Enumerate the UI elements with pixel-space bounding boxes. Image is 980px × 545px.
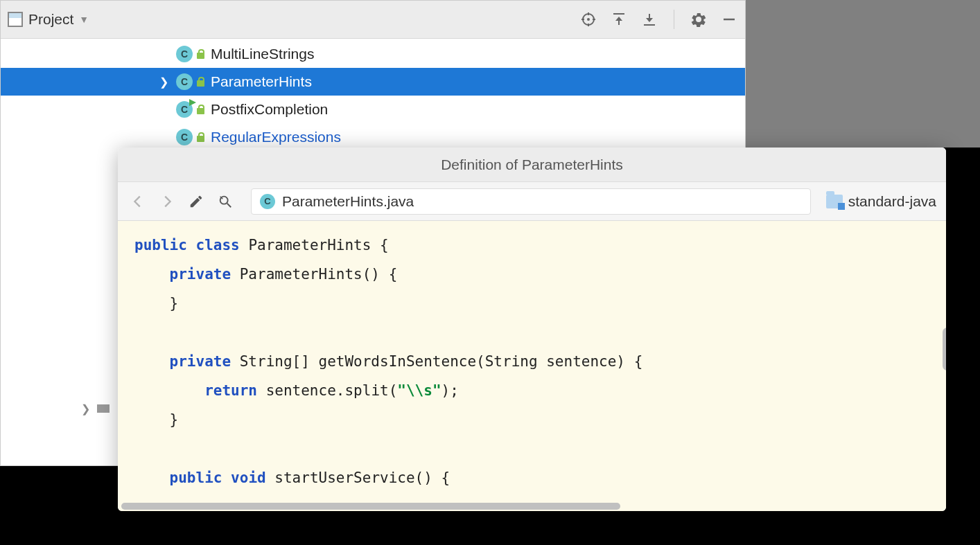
module-label[interactable]: standard-java [826,193,936,210]
file-name: ParameterHints.java [282,193,414,210]
minimize-icon[interactable] [720,10,738,28]
class-run-icon: C [176,101,193,118]
lock-icon [197,49,205,59]
project-icon [8,12,23,27]
chevron-down-icon: ▼ [79,14,89,25]
lock-icon [197,105,205,114]
expand-all-icon[interactable] [610,10,628,28]
module-folder-icon [826,195,843,208]
project-label: Project [28,11,73,28]
forward-button[interactable] [157,191,177,212]
lock-icon [197,132,205,142]
show-usages-icon[interactable] [215,191,236,212]
module-name: standard-java [848,193,936,210]
editor-gutter [746,0,980,148]
back-button[interactable] [128,191,148,212]
horizontal-scrollbar[interactable] [121,503,620,510]
chevron-right-icon[interactable]: ❯ [157,75,170,89]
collapse-all-icon[interactable] [640,10,658,28]
chevron-right-icon[interactable]: ❯ [81,402,90,416]
tree-label: MultiLineStrings [211,46,314,62]
class-icon: C [176,46,193,62]
svg-line-12 [227,203,231,207]
definition-toolbar: C ParameterHints.java standard-java [118,182,946,221]
vertical-scrollbar[interactable] [943,328,946,370]
svg-point-5 [588,19,589,20]
panel-toolbar [579,10,738,29]
edit-source-icon[interactable] [186,191,207,212]
tree-item-regularexpressions[interactable]: C RegularExpressions [1,123,745,151]
file-path-field[interactable]: C ParameterHints.java [251,188,811,215]
svg-rect-9 [649,14,650,18]
definition-popup: Definition of ParameterHints C Parameter… [118,148,946,511]
project-tree[interactable]: C MultiLineStrings ❯ C ParameterHints C … [1,39,745,151]
svg-rect-8 [644,24,655,26]
locate-icon[interactable] [579,10,597,28]
svg-rect-7 [618,21,620,25]
tree-item-postfixcompletion[interactable]: C PostfixCompletion [1,96,745,123]
gear-icon[interactable] [690,10,708,28]
tree-label: PostfixCompletion [211,101,328,118]
class-icon: C [260,194,275,209]
library-icon [97,404,110,413]
project-view-dropdown[interactable]: Project ▼ [8,11,89,28]
class-icon: C [176,129,193,145]
tree-item-multilinestrings[interactable]: C MultiLineStrings [1,40,745,68]
tree-label: ParameterHints [211,73,312,90]
tree-label: RegularExpressions [211,129,341,145]
lock-icon [197,77,205,87]
class-icon: C [176,73,193,90]
svg-rect-6 [613,13,624,15]
tree-item-parameterhints[interactable]: ❯ C ParameterHints [1,68,745,96]
divider [674,10,674,29]
definition-title: Definition of ParameterHints [118,148,946,182]
code-viewer[interactable]: public class ParameterHints { private Pa… [118,221,946,511]
project-panel-header: Project ▼ [1,1,745,39]
